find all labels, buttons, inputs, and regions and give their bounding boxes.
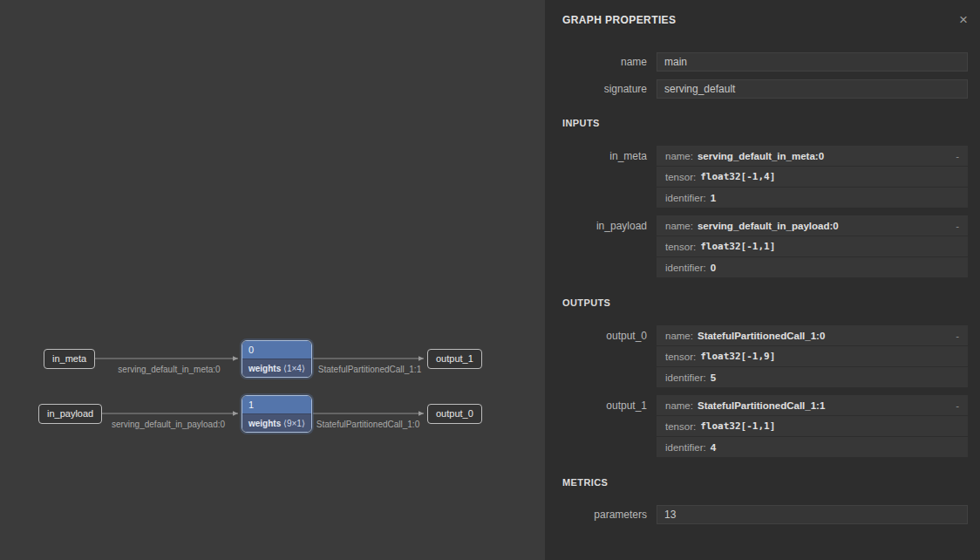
attr-value: serving_default_in_meta:0 xyxy=(698,151,824,161)
collapse-toggle[interactable]: - xyxy=(949,331,959,341)
collapse-toggle[interactable]: - xyxy=(949,221,959,231)
attr-row-tensor: tensor: float32[-1,1] xyxy=(657,236,968,256)
node-index-label: 0 xyxy=(242,341,311,359)
panel-title: GRAPH PROPERTIES xyxy=(562,14,676,26)
edge-label-in-meta: serving_default_in_meta:0 xyxy=(118,365,220,374)
attr-key: name: xyxy=(665,221,693,231)
weights-dims: ⟨1×4⟩ xyxy=(283,364,305,373)
graph-node-in-payload[interactable]: in_payload xyxy=(38,404,102,424)
field-row-parameters: parameters xyxy=(562,505,968,524)
attr-value: StatefulPartitionedCall_1:0 xyxy=(698,331,825,341)
edges-layer xyxy=(0,0,545,560)
attr-value: serving_default_in_payload:0 xyxy=(698,221,839,231)
field-row-name: name xyxy=(562,52,968,72)
graph-properties-panel: GRAPH PROPERTIES × name signature INPUTS… xyxy=(545,0,980,560)
attr-key: name: xyxy=(665,151,693,161)
attr-value: StatefulPartitionedCall_1:1 xyxy=(698,400,825,411)
attr-key: tensor: xyxy=(665,242,696,252)
attr-value: float32[-1,1] xyxy=(700,241,775,252)
attr-row-identifier: identifier: 4 xyxy=(657,437,968,457)
metrics-section-title: METRICS xyxy=(562,477,968,488)
field-row-signature: signature xyxy=(562,79,968,99)
attr-key: name: xyxy=(665,331,693,341)
graph-canvas[interactable]: in_meta in_payload 0 weights ⟨1×4⟩ 1 wei… xyxy=(0,0,545,560)
attr-key: tensor: xyxy=(665,421,696,432)
graph-node-op-0[interactable]: 0 weights ⟨1×4⟩ xyxy=(242,340,312,378)
attr-key: identifier: xyxy=(665,263,706,273)
attr-key: identifier: xyxy=(665,193,706,203)
attr-value: float32[-1,1] xyxy=(700,420,775,432)
output-label: output_0 xyxy=(562,325,647,388)
output-label: output_1 xyxy=(562,395,647,458)
attr-key: identifier: xyxy=(665,442,706,453)
node-weights-row: weights ⟨9×1⟩ xyxy=(242,413,311,432)
attr-value: float32[-1,4] xyxy=(700,171,775,182)
output-group-output-1: output_1 name: StatefulPartitionedCall_1… xyxy=(562,395,968,458)
attr-row-name: name: serving_default_in_payload:0 - xyxy=(657,215,968,236)
graph-node-in-meta[interactable]: in_meta xyxy=(44,349,95,369)
attr-row-tensor: tensor: float32[-1,1] xyxy=(657,416,968,436)
attr-row-name: name: StatefulPartitionedCall_1:0 - xyxy=(657,325,968,345)
graph-node-op-1[interactable]: 1 weights ⟨9×1⟩ xyxy=(242,395,312,433)
attr-row-tensor: tensor: float32[-1,9] xyxy=(657,346,968,366)
edge-label-in-payload: serving_default_in_payload:0 xyxy=(112,420,225,429)
input-label: in_payload xyxy=(562,215,647,278)
attr-row-identifier: identifier: 0 xyxy=(657,257,968,277)
collapse-toggle[interactable]: - xyxy=(949,400,959,411)
attr-key: tensor: xyxy=(665,172,696,182)
weights-dims: ⟨9×1⟩ xyxy=(283,419,305,428)
edge-label-call-1-0: StatefulPartitionedCall_1:0 xyxy=(316,420,419,429)
attr-key: identifier: xyxy=(665,372,706,383)
attr-row-name: name: StatefulPartitionedCall_1:1 - xyxy=(657,395,968,415)
weights-key: weights xyxy=(248,419,281,428)
attr-row-identifier: identifier: 1 xyxy=(657,188,968,208)
attr-value: 1 xyxy=(711,193,716,203)
input-group-in-payload: in_payload name: serving_default_in_payl… xyxy=(562,215,968,278)
parameters-input[interactable] xyxy=(657,505,968,524)
attr-value: float32[-1,9] xyxy=(700,351,775,362)
attr-row-identifier: identifier: 5 xyxy=(657,367,968,387)
attr-value: 4 xyxy=(711,442,716,453)
name-field-label: name xyxy=(562,56,647,68)
close-icon[interactable]: × xyxy=(959,14,968,26)
graph-node-output-1[interactable]: output_1 xyxy=(427,349,482,369)
signature-input[interactable] xyxy=(657,79,968,99)
attr-value: 0 xyxy=(711,263,716,273)
weights-key: weights xyxy=(248,364,281,373)
collapse-toggle[interactable]: - xyxy=(949,151,959,161)
graph-node-output-0[interactable]: output_0 xyxy=(427,404,482,424)
node-index-label: 1 xyxy=(242,396,311,413)
output-group-output-0: output_0 name: StatefulPartitionedCall_1… xyxy=(562,325,968,388)
input-group-in-meta: in_meta name: serving_default_in_meta:0 … xyxy=(562,146,968,208)
attr-row-name: name: serving_default_in_meta:0 - xyxy=(657,146,968,166)
edge-label-call-1-1: StatefulPartitionedCall_1:1 xyxy=(318,365,421,374)
parameters-field-label: parameters xyxy=(562,509,647,521)
signature-field-label: signature xyxy=(562,83,647,95)
name-input[interactable] xyxy=(657,52,968,72)
input-label: in_meta xyxy=(562,146,647,208)
inputs-section-title: INPUTS xyxy=(562,118,968,129)
attr-value: 5 xyxy=(711,372,716,383)
attr-key: tensor: xyxy=(665,352,696,362)
node-weights-row: weights ⟨1×4⟩ xyxy=(242,359,311,377)
attr-key: name: xyxy=(665,400,693,411)
attr-row-tensor: tensor: float32[-1,4] xyxy=(657,167,968,187)
outputs-section-title: OUTPUTS xyxy=(562,297,968,309)
panel-header: GRAPH PROPERTIES × xyxy=(562,14,968,26)
